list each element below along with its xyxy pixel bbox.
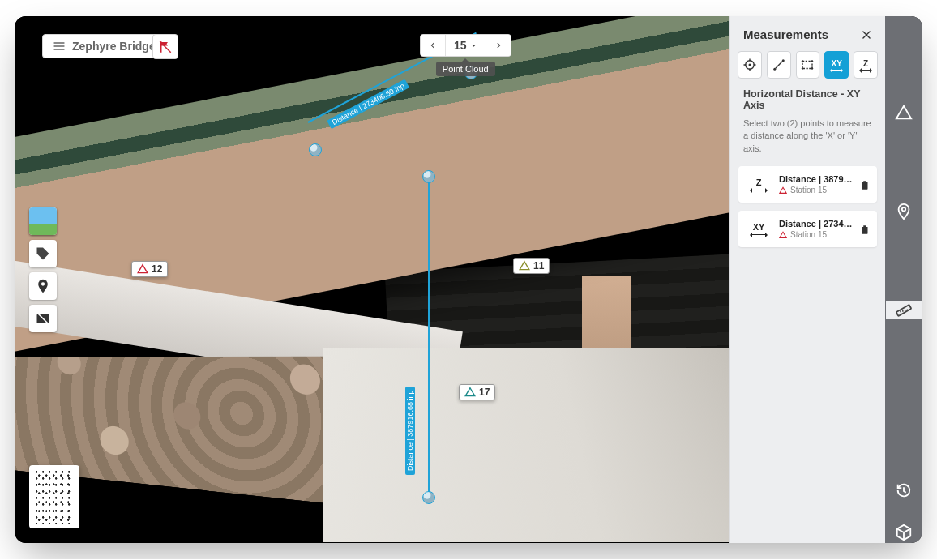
triangle-alert-icon bbox=[895, 104, 913, 122]
double-arrow-icon bbox=[751, 190, 766, 190]
rail-locations-button[interactable] bbox=[886, 203, 922, 220]
measurement-card[interactable]: XY Distance | 273406.50 inp Station 15 bbox=[738, 211, 877, 247]
triangle-alert-icon bbox=[519, 260, 530, 271]
app-window: Distance | 273406.50 inp Distance | 3879… bbox=[15, 16, 922, 543]
tool-tag[interactable] bbox=[29, 240, 57, 267]
measure-line-button[interactable] bbox=[767, 51, 791, 79]
polygon-icon bbox=[800, 58, 815, 72]
svg-point-10 bbox=[802, 67, 803, 69]
defect-badge-label: 17 bbox=[479, 387, 490, 398]
project-name: Zephyre Bridge bbox=[72, 40, 156, 53]
station-current-dropdown[interactable]: 15 bbox=[446, 35, 486, 56]
measure-xy-button[interactable]: XY bbox=[824, 51, 849, 79]
double-arrow-icon bbox=[831, 70, 842, 71]
caret-down-icon bbox=[470, 42, 477, 49]
target-icon bbox=[742, 58, 757, 72]
line-icon bbox=[772, 58, 786, 72]
svg-point-5 bbox=[748, 64, 751, 66]
tool-image-off[interactable] bbox=[29, 305, 57, 332]
measurement-card-subtitle: Station 15 bbox=[779, 230, 853, 239]
tool-color-mode[interactable] bbox=[29, 207, 57, 235]
svg-point-6 bbox=[773, 68, 776, 71]
image-off-icon bbox=[35, 310, 51, 327]
trash-icon[interactable] bbox=[859, 179, 871, 190]
defect-badge-label: 11 bbox=[533, 260, 544, 271]
measure-z-button[interactable]: Z bbox=[854, 51, 878, 79]
measurement-mode-title: Horizontal Distance - XY Axis bbox=[730, 88, 885, 114]
measure-point-button[interactable] bbox=[738, 51, 762, 79]
rail-measurements-button[interactable] bbox=[886, 301, 922, 319]
defect-badge[interactable]: 17 bbox=[459, 384, 495, 400]
svg-point-12 bbox=[902, 207, 905, 211]
triangle-alert-icon bbox=[464, 387, 476, 398]
svg-point-11 bbox=[811, 67, 813, 69]
minimap-preview bbox=[34, 470, 75, 524]
cube-icon bbox=[895, 524, 913, 541]
trash-icon[interactable] bbox=[859, 224, 871, 235]
chevron-left-icon bbox=[429, 41, 437, 49]
right-rail bbox=[885, 16, 922, 543]
measurement-card-body: Distance | 273406.50 inp Station 15 bbox=[779, 219, 853, 239]
measurement-card-subtitle: Station 15 bbox=[779, 186, 853, 195]
rail-history-button[interactable] bbox=[886, 481, 922, 499]
defect-badge[interactable]: 12 bbox=[131, 261, 168, 277]
flag-off-icon bbox=[158, 40, 173, 54]
defect-badge[interactable]: 11 bbox=[513, 258, 550, 274]
measurement-axis-icon: Z bbox=[745, 178, 772, 190]
svg-point-8 bbox=[802, 60, 803, 62]
scene-walkway bbox=[323, 348, 729, 542]
measurement-axis-label: XY bbox=[753, 223, 765, 232]
measurement-axis-icon: XY bbox=[745, 223, 772, 235]
station-current-value: 15 bbox=[454, 39, 467, 52]
station-next-button[interactable] bbox=[486, 35, 511, 56]
defect-badge-label: 12 bbox=[152, 263, 162, 275]
left-toolbar bbox=[29, 207, 57, 332]
measure-z-label: Z bbox=[863, 60, 868, 68]
minimap[interactable] bbox=[29, 465, 79, 528]
viewport-3d[interactable]: Distance | 273406.50 inp Distance | 3879… bbox=[15, 16, 729, 543]
station-prev-button[interactable] bbox=[421, 35, 446, 56]
measurement-list: Z Distance | 387916.68 inp Station 15 XY bbox=[730, 166, 885, 247]
measurement-card[interactable]: Z Distance | 387916.68 inp Station 15 bbox=[738, 166, 877, 203]
triangle-alert-icon bbox=[779, 231, 787, 239]
measurement-card-body: Distance | 387916.68 inp Station 15 bbox=[779, 174, 853, 195]
station-tooltip: Point Cloud bbox=[436, 62, 495, 76]
project-selector[interactable]: Zephyre Bridge bbox=[42, 34, 166, 58]
menu-icon bbox=[53, 40, 66, 53]
svg-point-9 bbox=[811, 60, 813, 62]
measurement-help-text: Select two (2) points to measure a dista… bbox=[730, 114, 885, 166]
measurement-type-toolbar: XY Z bbox=[730, 51, 885, 88]
measurement-card-title: Distance | 273406.50 inp bbox=[779, 219, 853, 229]
tool-location[interactable] bbox=[29, 272, 57, 300]
svg-rect-13 bbox=[896, 305, 912, 316]
triangle-alert-icon bbox=[779, 186, 787, 195]
measurement-axis-label: Z bbox=[756, 178, 762, 187]
double-arrow-icon bbox=[860, 70, 871, 71]
svg-point-7 bbox=[781, 59, 784, 62]
svg-point-2 bbox=[41, 282, 45, 285]
measurement-label-z: Distance | 387916.68 inp bbox=[405, 387, 415, 475]
triangle-alert-icon bbox=[137, 263, 148, 275]
tag-icon bbox=[35, 246, 51, 262]
measure-polygon-button[interactable] bbox=[796, 51, 820, 79]
ruler-icon bbox=[895, 301, 913, 319]
close-icon[interactable] bbox=[861, 29, 872, 41]
measurement-card-title: Distance | 387916.68 inp bbox=[779, 174, 853, 184]
station-nav-control: 15 bbox=[420, 34, 511, 57]
layer-toggle-button[interactable] bbox=[152, 34, 178, 59]
pin-icon bbox=[35, 278, 51, 294]
chevron-right-icon bbox=[494, 41, 503, 49]
double-arrow-icon bbox=[751, 234, 766, 235]
measurements-panel: Measurements XY Z bbox=[729, 16, 885, 543]
history-icon bbox=[895, 481, 913, 499]
pin-outline-icon bbox=[895, 203, 913, 220]
rail-3d-button[interactable] bbox=[886, 524, 922, 541]
measure-xy-label: XY bbox=[832, 60, 842, 68]
rail-defects-button[interactable] bbox=[886, 104, 922, 122]
panel-header: Measurements bbox=[730, 16, 885, 51]
panel-title: Measurements bbox=[743, 28, 828, 41]
station-nav: 15 Point Cloud bbox=[420, 34, 511, 76]
